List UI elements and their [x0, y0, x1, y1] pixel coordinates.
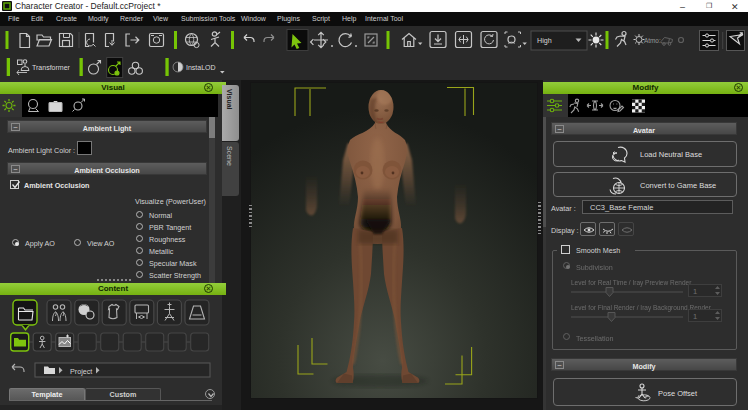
svg-text:Atmo:: Atmo: [644, 37, 661, 44]
svg-text:InstaLOD: InstaLOD [186, 64, 216, 71]
svg-text:Transformer: Transformer [32, 64, 71, 71]
svg-text:High: High [537, 36, 552, 45]
svg-text:Project: Project [70, 367, 92, 376]
